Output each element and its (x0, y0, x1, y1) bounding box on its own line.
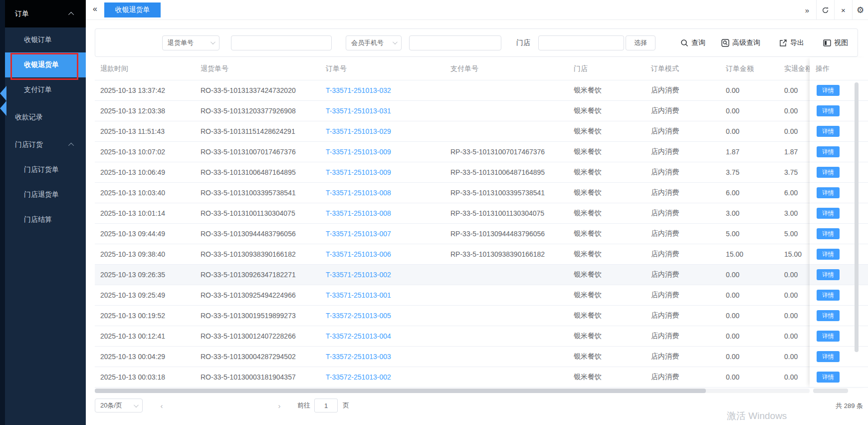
table-row[interactable]: 2025-10-13 00:19:52 RO-33-5-101300195198… (95, 306, 859, 326)
cell-refund-no: RO-33-5-10131151428624291 (195, 127, 320, 135)
cell-order-no: T-33571-251013-029 (320, 127, 445, 135)
order-no-link[interactable]: T-33571-251013-009 (326, 168, 391, 176)
detail-button[interactable]: 详情 (817, 372, 840, 383)
cell-refund-time: 2025-10-13 11:51:43 (95, 127, 195, 135)
collapse-tabs-icon[interactable]: « (93, 4, 97, 13)
detail-button[interactable]: 详情 (817, 146, 840, 157)
table-row[interactable]: 2025-10-13 09:44:49 RO-33-5-101309444837… (95, 224, 859, 244)
horizontal-scrollbar[interactable] (95, 389, 810, 393)
chevron-down-icon (211, 39, 216, 44)
cell-refund-time: 2025-10-13 09:26:35 (95, 271, 195, 279)
cell-pay-no: RP-33-5-10131003395738541 (445, 189, 568, 197)
table-row[interactable]: 2025-10-13 09:26:35 RO-33-5-101309263471… (95, 265, 859, 285)
cell-refund-no: RO-33-5-10130003181904357 (195, 373, 320, 381)
detail-button[interactable]: 详情 (817, 85, 840, 96)
table-row[interactable]: 2025-10-13 10:07:02 RO-33-5-101310070174… (95, 142, 859, 162)
order-no-link[interactable]: T-33571-251013-002 (326, 271, 391, 279)
view-button-label: 视图 (834, 38, 848, 47)
advanced-query-button[interactable]: 高级查询 (721, 38, 760, 47)
order-no-link[interactable]: T-33571-251013-008 (326, 189, 391, 197)
sidebar-menu-item[interactable]: 支付订单 (5, 77, 86, 102)
cell-order-no: T-33572-251013-005 (320, 312, 445, 320)
store-input[interactable] (538, 35, 624, 50)
sidebar-menu-item[interactable]: 门店退货单 (5, 182, 86, 207)
next-page-button[interactable]: › (272, 402, 286, 410)
horizontal-scrollbar-thumb[interactable] (95, 389, 706, 393)
sidebar-menu-item[interactable]: 收银退货单 (5, 52, 86, 77)
detail-button[interactable]: 详情 (817, 269, 840, 280)
cell-store: 银米餐饮 (568, 229, 646, 238)
order-no-link[interactable]: T-33571-251013-008 (326, 209, 391, 217)
order-no-link[interactable]: T-33571-251013-001 (326, 291, 391, 299)
refund-no-field-select[interactable]: 退货单号 (162, 35, 219, 50)
query-button[interactable]: 查询 (680, 38, 705, 47)
detail-button[interactable]: 详情 (817, 290, 840, 301)
detail-button[interactable]: 详情 (817, 167, 840, 178)
gear-icon[interactable]: ⚙ (852, 0, 868, 20)
col-order-amount: 订单金额 (720, 64, 779, 73)
cell-order-no: T-33571-251013-008 (320, 189, 445, 197)
refund-orders-table: 退款时间 退货单号 订单号 支付单号 门店 订单模式 订单金额 实退金额 202… (95, 57, 859, 388)
detail-button[interactable]: 详情 (817, 105, 840, 116)
cell-refund-no: RO-33-5-10130004287294502 (195, 353, 320, 361)
order-no-link[interactable]: T-33572-251013-002 (326, 373, 391, 381)
prev-page-button[interactable]: ‹ (155, 402, 169, 410)
order-no-link[interactable]: T-33572-251013-004 (326, 332, 391, 340)
detail-button[interactable]: 详情 (817, 228, 840, 239)
table-row[interactable]: 2025-10-13 10:03:40 RO-33-5-101310033957… (95, 183, 859, 203)
cell-store: 银米餐饮 (568, 270, 646, 279)
goto-page-input[interactable] (314, 399, 338, 413)
detail-button[interactable]: 详情 (817, 126, 840, 137)
sidebar-menu-item[interactable]: 收款记录 (5, 105, 86, 130)
member-phone-field-select[interactable]: 会员手机号 (346, 35, 402, 50)
page-size-select[interactable]: 20条/页 (95, 399, 143, 413)
refund-no-input[interactable] (231, 35, 332, 50)
sidebar-menu-item[interactable]: 门店订货单 (5, 157, 86, 182)
store-choose-button[interactable]: 选择 (626, 35, 655, 50)
table-row[interactable]: 2025-10-13 00:04:29 RO-33-5-101300042872… (95, 347, 859, 367)
view-button[interactable]: 视图 (823, 38, 848, 47)
order-no-link[interactable]: T-33571-251013-007 (326, 230, 391, 238)
table-row[interactable]: 2025-10-13 09:38:40 RO-33-5-101309383901… (95, 244, 859, 265)
sidebar-menu-item[interactable]: 订单 (5, 0, 86, 27)
sidebar-menu-item[interactable]: 门店订货 (5, 132, 86, 157)
table-row[interactable]: 2025-10-13 09:25:49 RO-33-5-101309254942… (95, 285, 859, 306)
table-row[interactable]: 2025-10-13 00:03:18 RO-33-5-101300031819… (95, 367, 859, 388)
table-row[interactable]: 2025-10-13 13:37:42 RO-33-5-101313374247… (95, 80, 859, 101)
sidebar-menu-item[interactable]: 收银订单 (5, 27, 86, 52)
cell-order-no: T-33571-251013-007 (320, 230, 445, 238)
export-button[interactable]: 导出 (779, 38, 804, 47)
detail-button[interactable]: 详情 (817, 331, 840, 342)
order-no-link[interactable]: T-33571-251013-031 (326, 107, 391, 115)
expand-tabs-icon[interactable]: » (798, 0, 816, 20)
sidebar-menu-item[interactable]: 门店结算 (5, 207, 86, 232)
order-no-link[interactable]: T-33571-251013-029 (326, 127, 391, 135)
table-row[interactable]: 2025-10-13 10:01:14 RO-33-5-101310011303… (95, 203, 859, 224)
table-row[interactable]: 2025-10-13 10:06:49 RO-33-5-101310064871… (95, 162, 859, 183)
col-refund-time: 退款时间 (95, 64, 195, 73)
detail-button[interactable]: 详情 (817, 208, 840, 219)
order-no-link[interactable]: T-33571-251013-009 (326, 148, 391, 156)
order-no-link[interactable]: T-33572-251013-003 (326, 353, 391, 361)
cell-store: 银米餐饮 (568, 311, 646, 320)
cell-order-no: T-33571-251013-006 (320, 250, 445, 258)
cell-refund-no: RO-33-5-10130019519899273 (195, 312, 320, 320)
member-phone-input[interactable] (409, 35, 501, 50)
horizontal-scrollbar-fixed-part[interactable] (813, 389, 848, 393)
vertical-scrollbar[interactable] (855, 82, 859, 352)
detail-button[interactable]: 详情 (817, 351, 840, 362)
order-no-link[interactable]: T-33572-251013-005 (326, 312, 391, 320)
detail-button[interactable]: 详情 (817, 249, 840, 260)
table-row[interactable]: 2025-10-13 12:03:38 RO-33-5-101312033779… (95, 101, 859, 121)
order-no-link[interactable]: T-33571-251013-006 (326, 250, 391, 258)
refresh-icon[interactable] (816, 0, 834, 20)
detail-button[interactable]: 详情 (817, 310, 840, 321)
tab-refund-orders[interactable]: 收银退货单 (104, 2, 161, 17)
close-icon[interactable]: × (834, 0, 852, 20)
detail-button[interactable]: 详情 (817, 187, 840, 198)
order-no-link[interactable]: T-33571-251013-032 (326, 86, 391, 94)
cell-store: 银米餐饮 (568, 352, 646, 361)
cell-order-amount: 0.00 (720, 291, 779, 299)
table-row[interactable]: 2025-10-13 11:51:43 RO-33-5-101311514286… (95, 121, 859, 142)
table-row[interactable]: 2025-10-13 00:12:41 RO-33-5-101300124072… (95, 326, 859, 347)
